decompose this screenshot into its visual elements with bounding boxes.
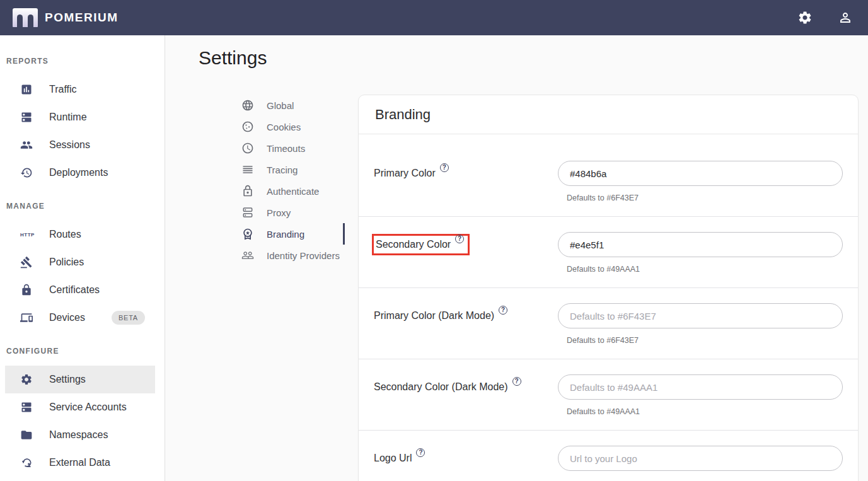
people-icon (20, 139, 33, 151)
http-icon: HTTP (20, 232, 33, 238)
app-header: POMERIUM (0, 0, 868, 35)
sidebar: REPORTS Traffic Runtime Sessions Deploym… (0, 35, 165, 481)
person-icon[interactable] (838, 10, 853, 25)
card-title: Branding (375, 107, 431, 123)
helper-text: Defaults to #49AAA1 (567, 407, 843, 417)
pomerium-logo[interactable]: POMERIUM (13, 8, 119, 27)
brand-name: POMERIUM (45, 11, 119, 25)
sidebar-item-policies[interactable]: Policies (5, 248, 155, 276)
field-row-primary-color: Primary Color ? Defaults to #6F43E7 (359, 146, 858, 216)
helper-text: Defaults to #6F43E7 (567, 194, 843, 203)
server-outline-icon (241, 206, 254, 219)
award-icon (241, 228, 254, 240)
page-title: Settings (199, 44, 859, 72)
help-icon[interactable]: ? (440, 163, 449, 172)
primary-color-label: Primary Color ? (374, 166, 449, 181)
tab-label: Authenticate (267, 186, 319, 197)
sidebar-item-label: Routes (49, 229, 81, 240)
sidebar-item-label: Deployments (49, 167, 108, 178)
section-label-reports: REPORTS (0, 57, 165, 66)
sidebar-item-label: Settings (49, 374, 86, 385)
sidebar-item-label: Runtime (49, 112, 87, 123)
sidebar-item-external-data[interactable]: External Data (5, 449, 155, 477)
sidebar-item-deployments[interactable]: Deployments (5, 159, 155, 187)
lock-outline-icon (241, 185, 254, 197)
tab-identity-providers[interactable]: Identity Providers (241, 245, 345, 266)
help-icon[interactable]: ? (512, 377, 521, 386)
help-icon[interactable]: ? (455, 235, 464, 243)
primary-color-input[interactable] (558, 161, 843, 186)
sidebar-item-certificates[interactable]: Certificates (5, 276, 155, 304)
helper-text (567, 478, 843, 481)
sidebar-item-label: Policies (49, 257, 84, 268)
main-content: Settings Global Cookies Timeouts (165, 35, 868, 481)
history-icon (20, 166, 33, 179)
cookie-icon (241, 120, 254, 133)
tab-label: Identity Providers (267, 250, 340, 261)
tab-label: Proxy (267, 207, 291, 218)
help-icon[interactable]: ? (499, 306, 507, 315)
beta-badge: BETA (112, 311, 145, 325)
primary-color-dark-input[interactable] (558, 303, 843, 328)
secondary-color-label: Secondary Color ? (376, 237, 464, 252)
helper-text: Defaults to #49AAA1 (567, 265, 843, 274)
helper-text: Defaults to #6F43E7 (567, 336, 843, 345)
tab-label: Cookies (267, 122, 301, 132)
help-icon[interactable]: ? (416, 448, 425, 457)
tab-label: Branding (267, 229, 304, 240)
logo-url-input[interactable] (558, 446, 843, 471)
gavel-icon (20, 256, 33, 269)
external-data-icon (20, 456, 33, 469)
gear-icon (20, 373, 33, 386)
sidebar-item-label: Service Accounts (49, 402, 127, 413)
field-row-logo-url: Logo Url ? (359, 430, 858, 481)
primary-color-dark-label: Primary Color (Dark Mode) ? (374, 308, 507, 323)
people-outline-icon (241, 249, 254, 262)
sidebar-item-label: Sessions (49, 139, 90, 151)
sidebar-item-service-accounts[interactable]: Service Accounts (5, 393, 155, 421)
field-row-secondary-color-dark: Secondary Color (Dark Mode) ? Defaults t… (359, 359, 858, 430)
tab-label: Global (267, 100, 294, 111)
server-stack-icon (20, 401, 33, 414)
sidebar-item-devices[interactable]: Devices BETA (5, 304, 155, 332)
sidebar-item-label: External Data (49, 457, 110, 468)
gear-icon[interactable] (797, 10, 813, 25)
branding-card: Branding Primary Color ? Defaults to #6F (358, 95, 859, 481)
section-label-configure: CONFIGURE (0, 347, 165, 356)
section-label-manage: MANAGE (0, 202, 165, 211)
logo-url-label: Logo Url ? (374, 451, 425, 466)
tab-label: Tracing (267, 165, 298, 175)
sidebar-item-label: Traffic (49, 84, 77, 95)
tab-global[interactable]: Global (241, 95, 345, 116)
tab-authenticate[interactable]: Authenticate (241, 180, 345, 202)
secondary-color-highlight-box: Secondary Color ? (372, 234, 470, 255)
secondary-color-input[interactable] (558, 232, 843, 257)
folder-icon (20, 429, 33, 441)
sidebar-item-routes[interactable]: HTTP Routes (5, 221, 155, 248)
server-stack-icon (20, 111, 33, 124)
tab-label: Timeouts (267, 143, 305, 154)
tab-proxy[interactable]: Proxy (241, 202, 345, 223)
tab-tracing[interactable]: Tracing (241, 159, 345, 180)
field-row-primary-color-dark: Primary Color (Dark Mode) ? Defaults to … (359, 287, 858, 359)
lock-icon (20, 284, 33, 296)
field-row-secondary-color: Secondary Color ? Defaults to #49AAA1 (359, 216, 858, 287)
globe-icon (241, 99, 254, 112)
tab-branding[interactable]: Branding (241, 223, 345, 245)
tab-cookies[interactable]: Cookies (241, 116, 345, 137)
sidebar-item-namespaces[interactable]: Namespaces (5, 421, 155, 449)
bar-chart-icon (20, 83, 33, 96)
pomerium-logo-icon (13, 8, 38, 27)
sidebar-item-settings[interactable]: Settings (5, 366, 155, 393)
sidebar-item-runtime[interactable]: Runtime (5, 103, 155, 131)
secondary-color-dark-label: Secondary Color (Dark Mode) ? (374, 380, 521, 395)
sidebar-item-sessions[interactable]: Sessions (5, 131, 155, 159)
devices-icon (20, 311, 33, 324)
sidebar-item-label: Namespaces (49, 429, 108, 441)
secondary-color-dark-input[interactable] (558, 374, 843, 400)
clock-icon (241, 142, 254, 154)
tab-timeouts[interactable]: Timeouts (241, 137, 345, 159)
sidebar-item-label: Devices (49, 312, 85, 323)
lines-icon (241, 163, 254, 176)
sidebar-item-traffic[interactable]: Traffic (5, 76, 155, 103)
